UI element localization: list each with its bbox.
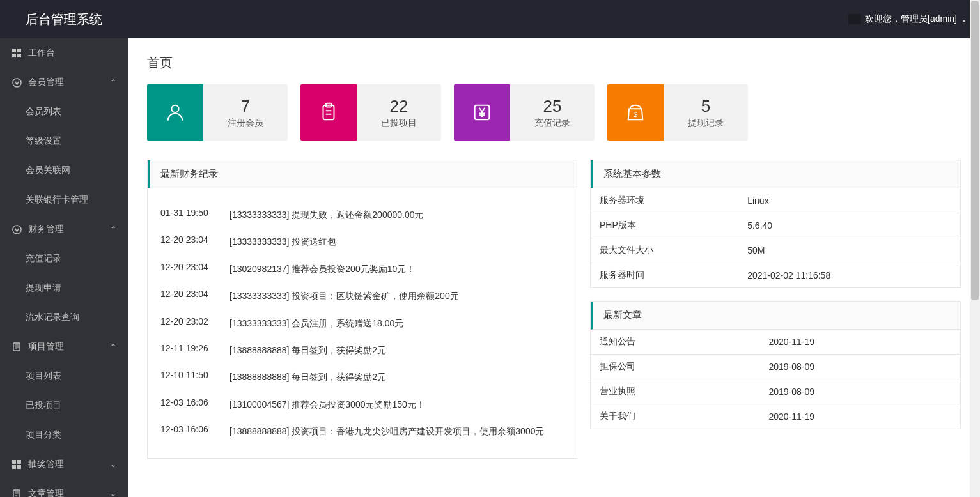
- article-row[interactable]: 通知公告2020-11-19: [591, 330, 960, 355]
- sidebar-item-2[interactable]: 财务管理⌃: [0, 215, 128, 244]
- sidebar-item-label: 工作台: [28, 47, 55, 59]
- finance-content: [13020982137] 推荐会员投资200元奖励10元！: [229, 262, 564, 276]
- stat-card-1[interactable]: 22 已投项目: [300, 84, 441, 141]
- chevron-up-icon: ⌃: [110, 225, 116, 234]
- finance-content: [13888888888] 每日签到，获得奖励2元: [229, 370, 564, 384]
- svg-rect-3: [17, 54, 21, 57]
- grid-icon: [12, 459, 22, 470]
- sidebar-item-label: 抽奖管理: [28, 459, 64, 470]
- finance-time: 12-10 11:50: [160, 370, 218, 384]
- svg-rect-0: [12, 49, 16, 52]
- sidebar-item-label: 会员管理: [28, 77, 64, 88]
- svg-rect-1: [17, 49, 21, 52]
- sidebar-item-0[interactable]: 工作台: [0, 38, 128, 68]
- sidebar-subitem-3-0[interactable]: 项目列表: [0, 362, 128, 391]
- stat-number: 22: [390, 96, 408, 116]
- sidebar-subitem-2-2[interactable]: 流水记录查询: [0, 303, 128, 332]
- chevron-down-icon: ⌄: [110, 489, 116, 497]
- scrollbar-thumb[interactable]: [971, 1, 979, 300]
- stat-number: 25: [543, 96, 562, 116]
- articles-panel: 最新文章 通知公告2020-11-19担保公司2019-08-09营业执照201…: [590, 301, 961, 429]
- article-row[interactable]: 关于我们2020-11-19: [591, 404, 960, 429]
- circle-v-icon: [12, 77, 22, 88]
- finance-content: [13333333333] 投资送红包: [229, 234, 564, 249]
- stat-label: 充值记录: [534, 118, 570, 129]
- finance-content: [13888888888] 投资项目：香港九龙尖沙咀房产建设开发项目，使用余额3…: [229, 424, 564, 438]
- sidebar: 工作台会员管理⌃会员列表等级设置会员关联网关联银行卡管理财务管理⌃充值记录提现申…: [0, 38, 128, 497]
- finance-time: 12-20 23:02: [160, 316, 218, 330]
- finance-row: 12-10 11:50[13888888888] 每日签到，获得奖励2元: [160, 363, 564, 390]
- params-panel-title: 系统基本参数: [591, 160, 960, 188]
- chevron-up-icon: ⌃: [110, 342, 116, 351]
- stat-number: 7: [241, 96, 250, 116]
- article-date: 2019-08-09: [759, 379, 960, 404]
- finance-time: 12-03 16:06: [160, 424, 218, 438]
- stat-card-2[interactable]: 25 充值记录: [454, 84, 595, 141]
- finance-row: 12-20 23:02[13333333333] 会员注册，系统赠送18.00元: [160, 310, 564, 337]
- param-value: Linux: [738, 188, 960, 213]
- finance-content: [13333333333] 会员注册，系统赠送18.00元: [229, 316, 564, 330]
- finance-content: [13333333333] 提现失败，返还金额200000.00元: [229, 208, 564, 222]
- sidebar-subitem-1-2[interactable]: 会员关联网: [0, 156, 128, 185]
- sidebar-subitem-2-1[interactable]: 提现申请: [0, 273, 128, 303]
- sidebar-subitem-1-1[interactable]: 等级设置: [0, 126, 128, 156]
- sidebar-subitem-1-3[interactable]: 关联银行卡管理: [0, 185, 128, 215]
- svg-rect-11: [17, 460, 21, 464]
- finance-time: 12-20 23:04: [160, 289, 218, 303]
- param-row: 服务器时间2021-02-02 11:16:58: [591, 263, 960, 288]
- document-icon: [12, 342, 22, 352]
- sidebar-item-5[interactable]: 文章管理⌄: [0, 479, 128, 497]
- finance-content: [13333333333] 投资项目：区块链紫金矿，使用余额200元: [229, 289, 564, 303]
- svg-rect-2: [12, 54, 16, 57]
- sidebar-subitem-3-2[interactable]: 项目分类: [0, 420, 128, 450]
- stat-card-3[interactable]: $ 5 提现记录: [607, 84, 748, 141]
- finance-panel-title: 最新财务纪录: [148, 160, 577, 188]
- svg-point-5: [12, 225, 20, 233]
- article-row[interactable]: 担保公司2019-08-09: [591, 355, 960, 379]
- sidebar-item-label: 文章管理: [28, 488, 64, 497]
- article-title: 通知公告: [591, 330, 759, 355]
- param-value: 50M: [738, 238, 960, 263]
- param-value: 5.6.40: [738, 213, 960, 238]
- stat-number: 5: [701, 96, 710, 116]
- sidebar-item-label: 项目管理: [28, 341, 64, 353]
- sidebar-item-1[interactable]: 会员管理⌃: [0, 68, 128, 97]
- finance-row: 12-11 19:26[13888888888] 每日签到，获得奖励2元: [160, 337, 564, 363]
- app-header: 后台管理系统 欢迎您，管理员[admin] ⌄: [0, 0, 980, 38]
- article-date: 2020-11-19: [759, 404, 960, 429]
- svg-rect-13: [17, 465, 21, 469]
- param-row: 最大文件大小50M: [591, 238, 960, 263]
- app-title: 后台管理系统: [26, 11, 102, 28]
- chevron-up-icon: ⌃: [110, 78, 116, 87]
- svg-text:$: $: [634, 111, 638, 118]
- scrollbar[interactable]: [970, 0, 980, 497]
- finance-row: 12-03 16:06[13100004567] 推荐会员投资3000元奖励15…: [160, 391, 564, 418]
- svg-rect-10: [12, 460, 16, 464]
- finance-time: 01-31 19:50: [160, 208, 218, 222]
- finance-time: 12-03 16:06: [160, 397, 218, 411]
- circle-v-icon: [12, 224, 22, 234]
- user-menu[interactable]: 欢迎您，管理员[admin] ⌄: [848, 13, 967, 25]
- finance-row: 12-20 23:04[13333333333] 投资项目：区块链紫金矿，使用余…: [160, 282, 564, 309]
- sidebar-subitem-2-0[interactable]: 充值记录: [0, 244, 128, 273]
- sidebar-subitem-3-1[interactable]: 已投项目: [0, 391, 128, 420]
- svg-point-4: [12, 78, 20, 86]
- sidebar-item-3[interactable]: 项目管理⌃: [0, 332, 128, 362]
- param-label: PHP版本: [591, 213, 738, 238]
- param-row: 服务器环境Linux: [591, 188, 960, 213]
- articles-panel-title: 最新文章: [591, 302, 960, 330]
- finance-time: 12-11 19:26: [160, 343, 218, 357]
- avatar: [848, 14, 861, 24]
- svg-point-18: [171, 105, 178, 112]
- article-date: 2020-11-19: [759, 330, 960, 355]
- article-row[interactable]: 营业执照2019-08-09: [591, 379, 960, 404]
- document-icon: [12, 489, 22, 497]
- chevron-down-icon: ⌄: [961, 15, 967, 24]
- sidebar-item-4[interactable]: 抽奖管理⌄: [0, 450, 128, 479]
- params-panel: 系统基本参数 服务器环境LinuxPHP版本5.6.40最大文件大小50M服务器…: [590, 160, 961, 288]
- stat-card-0[interactable]: 7 注册会员: [147, 84, 288, 141]
- article-title: 营业执照: [591, 379, 759, 404]
- stats-row: 7 注册会员 22 已投项目 25 充值记录 $ 5 提现记录: [128, 84, 980, 160]
- breadcrumb: 首页: [128, 38, 980, 84]
- sidebar-subitem-1-0[interactable]: 会员列表: [0, 97, 128, 126]
